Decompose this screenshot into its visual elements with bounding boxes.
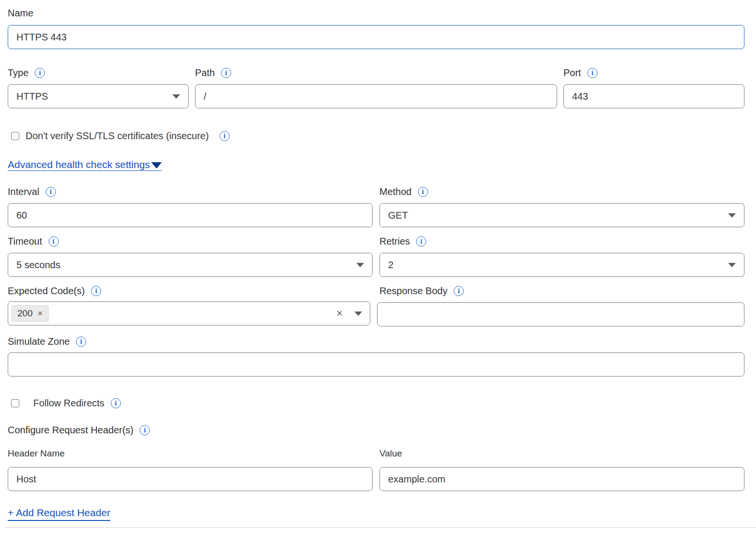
header-value-input[interactable] bbox=[379, 467, 744, 491]
remove-tag-icon[interactable]: × bbox=[38, 308, 43, 319]
response-body-label-text: Response Body bbox=[379, 286, 447, 297]
name-label-text: Name bbox=[8, 8, 33, 19]
header-name-label: Header Name bbox=[8, 448, 373, 458]
port-label-text: Port bbox=[563, 67, 581, 78]
retries-select[interactable]: 2 bbox=[379, 253, 744, 277]
divider bbox=[5, 527, 756, 528]
port-input[interactable] bbox=[563, 84, 744, 108]
header-name-label-text: Header Name bbox=[8, 448, 65, 459]
timeout-label: Timeout i bbox=[8, 236, 373, 247]
info-icon[interactable]: i bbox=[587, 68, 598, 78]
clear-icon[interactable]: × bbox=[337, 308, 343, 319]
expected-codes-label-text: Expected Code(s) bbox=[8, 286, 85, 297]
advanced-settings-link[interactable]: Advanced health check settings bbox=[8, 159, 162, 171]
info-icon[interactable]: i bbox=[111, 398, 121, 408]
caret-down-icon bbox=[151, 162, 162, 169]
info-icon[interactable]: i bbox=[35, 68, 45, 78]
health-check-form: Name Type i Path i Port i HTTPS bbox=[0, 0, 756, 528]
type-select[interactable]: HTTPS bbox=[8, 84, 189, 108]
interval-label: Interval i bbox=[8, 186, 373, 197]
simulate-zone-label-text: Simulate Zone bbox=[8, 336, 70, 347]
info-icon[interactable]: i bbox=[91, 286, 101, 296]
timeout-select[interactable]: 5 seconds bbox=[8, 253, 373, 277]
method-label-text: Method bbox=[379, 186, 412, 197]
header-name-input[interactable] bbox=[8, 467, 373, 491]
timeout-label-text: Timeout bbox=[8, 236, 42, 247]
name-input[interactable] bbox=[8, 25, 744, 49]
port-label: Port i bbox=[563, 67, 744, 78]
expected-code-tag-text: 200 bbox=[17, 308, 33, 319]
info-icon[interactable]: i bbox=[76, 337, 86, 347]
info-icon[interactable]: i bbox=[416, 236, 426, 247]
follow-redirects-checkbox[interactable] bbox=[11, 399, 19, 407]
info-icon[interactable]: i bbox=[221, 68, 231, 78]
interval-input[interactable] bbox=[8, 203, 373, 227]
info-icon[interactable]: i bbox=[46, 187, 56, 197]
follow-redirects-label: Follow Redirects bbox=[33, 398, 104, 409]
info-icon[interactable]: i bbox=[140, 425, 150, 435]
chevron-down-icon bbox=[728, 263, 736, 267]
type-label-text: Type bbox=[8, 67, 28, 78]
method-select-value: GET bbox=[388, 210, 408, 221]
ssl-verify-label: Don't verify SSL/TLS certificates (insec… bbox=[26, 130, 209, 142]
method-select[interactable]: GET bbox=[379, 203, 744, 227]
info-icon[interactable]: i bbox=[418, 187, 428, 197]
response-body-input[interactable] bbox=[377, 302, 745, 326]
simulate-zone-label: Simulate Zone i bbox=[8, 336, 744, 347]
type-select-value: HTTPS bbox=[16, 91, 48, 102]
type-label: Type i bbox=[8, 67, 189, 78]
chevron-down-icon bbox=[356, 263, 364, 267]
ssl-verify-checkbox[interactable] bbox=[11, 132, 19, 140]
expected-codes-select[interactable]: 200 × × bbox=[8, 301, 370, 325]
request-headers-title-text: Configure Request Header(s) bbox=[8, 425, 133, 436]
path-label-text: Path bbox=[195, 67, 215, 78]
retries-label-text: Retries bbox=[379, 236, 410, 247]
info-icon[interactable]: i bbox=[454, 286, 464, 296]
chevron-down-icon[interactable] bbox=[354, 312, 362, 316]
request-headers-title: Configure Request Header(s) i bbox=[8, 425, 744, 436]
response-body-label: Response Body i bbox=[379, 286, 744, 297]
info-icon[interactable]: i bbox=[220, 131, 230, 141]
expected-code-tag: 200 × bbox=[12, 305, 49, 322]
retries-label: Retries i bbox=[379, 236, 744, 247]
info-icon[interactable]: i bbox=[49, 236, 59, 247]
chevron-down-icon bbox=[172, 94, 180, 99]
simulate-zone-input[interactable] bbox=[8, 352, 744, 377]
path-label: Path i bbox=[195, 67, 557, 78]
timeout-select-value: 5 seconds bbox=[16, 260, 60, 271]
retries-select-value: 2 bbox=[388, 260, 393, 271]
request-header-row bbox=[8, 467, 744, 491]
add-request-header-link[interactable]: + Add Request Header bbox=[8, 507, 110, 521]
chevron-down-icon bbox=[728, 213, 736, 218]
interval-label-text: Interval bbox=[8, 186, 39, 197]
name-label: Name bbox=[8, 8, 744, 19]
expected-codes-label: Expected Code(s) i bbox=[8, 286, 373, 297]
header-value-label: Value bbox=[379, 448, 744, 458]
path-input[interactable] bbox=[195, 84, 557, 108]
method-label: Method i bbox=[379, 186, 744, 197]
advanced-settings-link-text: Advanced health check settings bbox=[8, 159, 150, 170]
header-value-label-text: Value bbox=[379, 448, 402, 459]
